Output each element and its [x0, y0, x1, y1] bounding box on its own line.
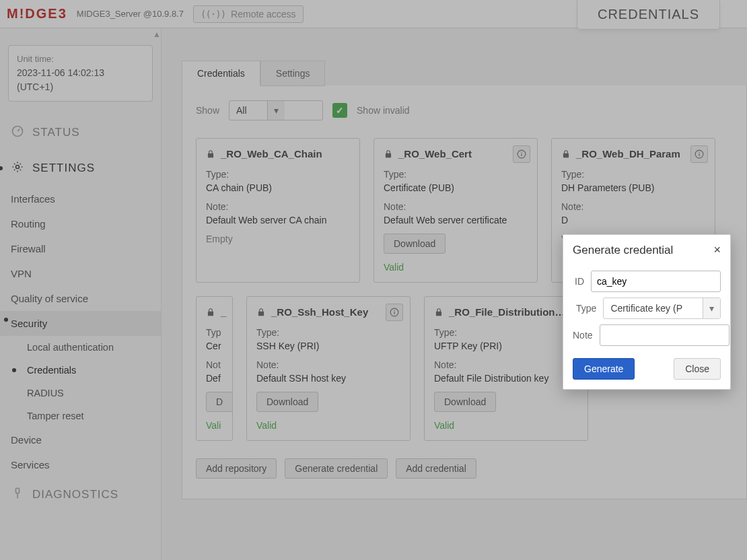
- type-select[interactable]: Certificate key (P ▾: [603, 298, 721, 319]
- id-label: ID: [573, 276, 584, 287]
- id-input[interactable]: [591, 271, 721, 292]
- type-label: Type: [573, 303, 596, 314]
- chevron-down-icon: ▾: [703, 298, 720, 318]
- note-input[interactable]: [600, 324, 730, 346]
- close-icon[interactable]: ×: [713, 243, 721, 257]
- type-value: Certificate key (P: [604, 303, 703, 314]
- close-button[interactable]: Close: [674, 358, 721, 380]
- generate-credential-modal: Generate credential × ID Type Certificat…: [563, 234, 731, 390]
- modal-title: Generate credential: [573, 244, 673, 257]
- note-label: Note: [573, 330, 593, 341]
- generate-button[interactable]: Generate: [573, 358, 635, 380]
